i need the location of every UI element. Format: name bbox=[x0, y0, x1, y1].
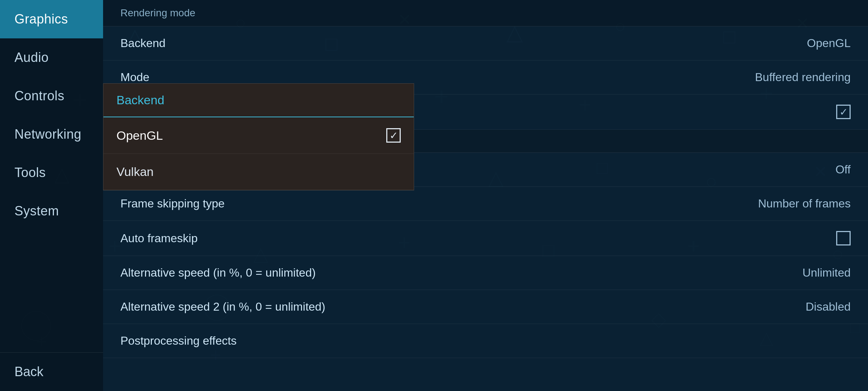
alt-speed-label: Alternative speed (in %, 0 = unlimited) bbox=[120, 266, 316, 279]
sidebar-item-graphics[interactable]: Graphics bbox=[0, 0, 103, 38]
backend-label: Backend bbox=[120, 37, 166, 50]
postprocessing-row[interactable]: Postprocessing effects bbox=[103, 324, 868, 358]
dropdown-option-opengl-label: OpenGL bbox=[116, 129, 163, 143]
sidebar-item-audio[interactable]: Audio bbox=[0, 38, 103, 77]
dropdown-option-vulkan[interactable]: Vulkan bbox=[103, 154, 414, 190]
alt-speed-value: Unlimited bbox=[803, 266, 851, 279]
rendering-mode-header: Rendering mode bbox=[103, 0, 868, 26]
auto-frameskip-row[interactable]: Auto frameskip bbox=[103, 221, 868, 256]
auto-frameskip-label: Auto frameskip bbox=[120, 232, 197, 245]
sidebar: Graphics Audio Controls Networking Tools… bbox=[0, 0, 103, 391]
frame-skipping-type-value: Number of frames bbox=[758, 197, 851, 210]
alt-speed2-value: Disabled bbox=[805, 300, 851, 314]
mode-label: Mode bbox=[120, 71, 149, 84]
frame-skipping-type-label: Frame skipping type bbox=[120, 197, 225, 210]
alt-speed-row[interactable]: Alternative speed (in %, 0 = unlimited) … bbox=[103, 256, 868, 290]
sidebar-item-controls[interactable]: Controls bbox=[0, 77, 103, 115]
settings-list: Backend OpenGL Mode Buffered rendering S… bbox=[103, 26, 868, 358]
alt-speed2-row[interactable]: Alternative speed 2 (in %, 0 = unlimited… bbox=[103, 290, 868, 324]
postprocessing-label: Postprocessing effects bbox=[120, 334, 237, 348]
sidebar-item-system[interactable]: System bbox=[0, 192, 103, 230]
sidebar-item-networking[interactable]: Networking bbox=[0, 115, 103, 154]
opengl-selected-checkbox: ✓ bbox=[386, 128, 401, 143]
backend-row[interactable]: Backend OpenGL bbox=[103, 26, 868, 60]
backend-dropdown: Backend OpenGL ✓ Vulkan bbox=[103, 83, 414, 190]
dropdown-option-vulkan-label: Vulkan bbox=[116, 165, 154, 179]
frame-skipping-type-row[interactable]: Frame skipping type Number of frames bbox=[103, 187, 868, 221]
auto-frameskip-checkbox[interactable] bbox=[836, 231, 851, 245]
simulate-block-checkbox[interactable]: ✓ bbox=[836, 105, 851, 119]
back-button[interactable]: Back bbox=[0, 352, 103, 391]
sidebar-item-tools[interactable]: Tools bbox=[0, 154, 103, 192]
frame-skipping-value: Off bbox=[835, 163, 851, 176]
mode-value: Buffered rendering bbox=[755, 71, 851, 84]
main-content: Rendering mode Backend OpenGL Mode Buffe… bbox=[103, 0, 868, 391]
dropdown-option-opengl[interactable]: OpenGL ✓ bbox=[103, 117, 414, 154]
backend-value: OpenGL bbox=[807, 37, 851, 50]
dropdown-title: Backend bbox=[103, 84, 414, 117]
alt-speed2-label: Alternative speed 2 (in %, 0 = unlimited… bbox=[120, 300, 326, 314]
